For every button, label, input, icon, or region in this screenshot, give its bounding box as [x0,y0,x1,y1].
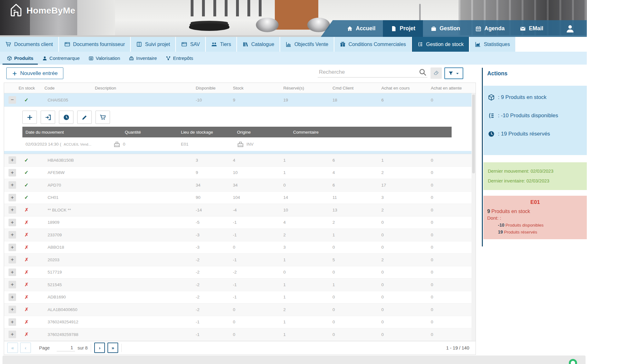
subnav-item-label: Entrepôts [173,55,193,61]
expand-row-button[interactable]: + [9,306,16,313]
next-page-button[interactable]: › [94,343,105,353]
reserves-value: 14 [281,195,331,200]
column-header: Stock [231,86,281,90]
movement-column-header: Lieu de stockage [178,130,234,135]
tab-gestion-de-stock[interactable]: Gestion de stock [412,37,469,52]
expand-row-button[interactable]: + [9,206,16,214]
tab-objectifs-vente[interactable]: Objectifs Vente [280,37,334,52]
table-row[interactable]: +✗233709-3-12100 [4,229,476,241]
product-code: CH01 [39,195,93,200]
tab-statistiques[interactable]: Statistiques [470,37,515,52]
expand-row-button[interactable]: + [9,194,16,201]
nav-item-label: Projet [400,25,415,32]
tab-suivi-projet[interactable]: Suivi projet [131,37,175,52]
subnav-item-valorisation[interactable]: Valorisation [84,52,124,65]
tab-label: Objectifs Vente [294,42,328,47]
nav-item-agenda[interactable]: Agenda [468,20,512,37]
page-number-input[interactable] [57,344,75,351]
expand-row-button[interactable]: + [9,281,16,288]
expand-row-button[interactable]: + [9,318,16,326]
tab-sav[interactable]: SAV [176,37,205,52]
achat-en-attente-value: 0 [429,208,476,212]
subnav-item-entrepots[interactable]: Entrepôts [161,52,198,65]
first-page-button[interactable]: « [7,343,18,353]
subnav-item-inventaire[interactable]: Inventaire [124,52,161,65]
table-row[interactable]: +✗20203-2-11520 [4,254,476,266]
subnav-item-contremarque[interactable]: Contremarque [38,52,84,65]
reserves-value: 2 [281,233,331,237]
table-row[interactable]: +✗3760249254912-101000 [4,316,476,329]
table-row[interactable]: +✓CH0190104141130 [4,192,476,204]
table-row[interactable]: +✗18909-5-14200 [4,217,476,229]
table-row[interactable]: +✗ABBO18-303000 [4,241,476,254]
expander-cell: + [4,306,19,313]
edit-button[interactable] [77,111,92,124]
expand-row-button[interactable]: + [9,269,16,276]
header-photo-decor [256,18,279,32]
nav-item-label: Gestion [440,25,460,32]
table-scrollbar[interactable] [471,93,476,341]
table-row[interactable]: −✓CHAISE05-109191860 [4,93,476,107]
disponible-value: -10 [194,98,231,102]
table-row[interactable]: +✗521545-2-11100 [4,279,476,291]
movement-row[interactable]: 02/03/2023 14:30 (ACCUEIL Vend...0E01INV [22,137,452,151]
table-row[interactable]: +✓APD70343406170 [4,179,476,192]
expand-row-button[interactable]: + [9,219,16,226]
prev-page-button[interactable]: ‹ [20,343,31,353]
tab-documents-fournisseur[interactable]: Documents fournisseur [59,37,130,52]
table-row[interactable]: +✗3760249259788-101000 [4,328,476,341]
add-movement-button[interactable] [22,111,37,124]
search-input[interactable] [318,67,427,78]
tab-catalogue[interactable]: Catalogue [237,37,280,52]
app-logo[interactable]: HomeByMe [9,3,75,18]
collapse-row-button[interactable]: − [9,96,16,104]
table-row[interactable]: +✗517719-2-20000 [4,266,476,279]
tab-documents-client[interactable]: Documents client [0,37,58,52]
history-button[interactable] [59,111,73,124]
expand-row-button[interactable]: + [9,231,16,239]
nav-item-projet[interactable]: Projet [383,20,423,37]
filter-button[interactable] [444,67,463,79]
scanner-icon [488,112,495,119]
expand-row-button[interactable]: + [9,169,16,176]
table-row[interactable]: +✗** BLOCK **-14-4101320 [4,204,476,217]
cmd-client-value: 4 [331,170,379,175]
expander-cell: + [4,281,19,288]
tab-tiers[interactable]: Tiers [206,37,236,52]
expand-row-button[interactable]: + [9,331,16,338]
tab-conditions-commerciales[interactable]: Conditions Commerciales [334,37,411,52]
expand-row-button[interactable]: + [9,256,16,263]
order-button[interactable] [95,111,110,124]
nav-item-accueil[interactable]: Accueil [339,20,383,37]
expand-row-button[interactable]: + [9,181,16,189]
product-code: ** BLOCK ** [39,208,93,212]
achat-en-cours-value: 0 [379,245,429,250]
expand-row-button[interactable]: + [9,156,16,164]
movement-column-header: Origine [234,130,290,135]
stock-entry-button[interactable] [41,111,55,124]
search-icon[interactable] [419,68,427,76]
cmd-client-value: 6 [331,183,379,188]
table-row[interactable]: +✓HBA63B150B341610 [4,154,476,167]
cmd-client-value: 1 [331,282,379,287]
clear-search-button[interactable] [430,67,442,79]
nav-item-email[interactable]: EMail [512,20,551,37]
last-page-button[interactable]: » [107,343,118,353]
out-of-stock-icon: ✗ [19,332,39,337]
scrollbar-thumb[interactable] [472,95,475,173]
achat-en-attente-value: 0 [429,320,476,324]
reserves-value: 1 [281,257,331,262]
cmd-client-value: 13 [331,208,379,212]
expand-row-button[interactable]: + [9,244,16,251]
new-entry-button[interactable]: Nouvelle entrée [6,67,63,79]
user-account-button[interactable] [565,20,575,37]
product-code: 18909 [39,220,93,225]
nav-item-gestion[interactable]: Gestion [423,20,468,37]
cube-icon [7,56,12,61]
table-row[interactable]: +✓AFE56W9101420 [4,167,476,179]
subnav-item-produits[interactable]: Produits [3,52,38,65]
table-row[interactable]: +✗ADB1690-2-11000 [4,291,476,304]
expand-row-button[interactable]: + [9,293,16,301]
stock-value: -1 [231,282,281,287]
table-row[interactable]: +✗ALA1B0400650-202000 [4,303,476,316]
